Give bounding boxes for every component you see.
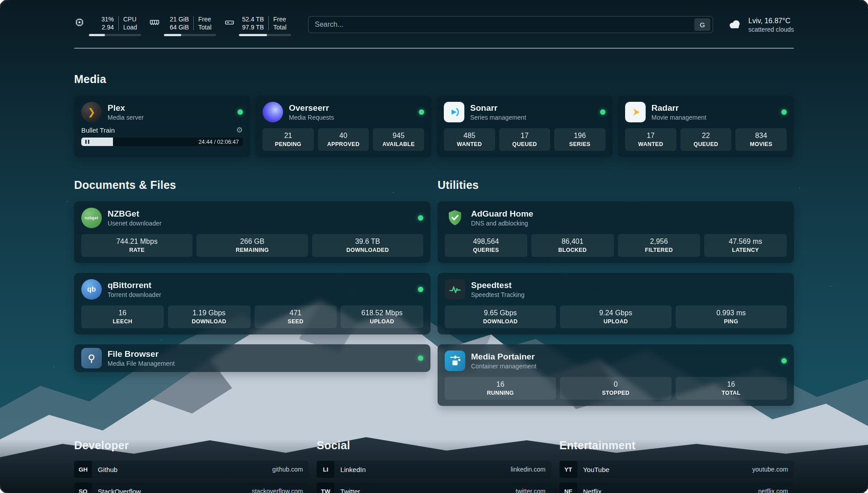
- cpu-widget: 31% 2.94 CPU Load: [74, 15, 141, 36]
- section-utilities: Utilities: [438, 179, 794, 416]
- memory-free-label: Free: [198, 15, 216, 23]
- system-metrics: 31% 2.94 CPU Load: [74, 15, 291, 36]
- app-name: Media Portainer: [471, 351, 536, 362]
- app-name: Overseerr: [289, 103, 334, 113]
- speedtest-icon: [445, 279, 465, 300]
- app-subtitle: Movie management: [651, 113, 706, 121]
- status-dot-online: [781, 109, 787, 115]
- cloud-icon: [726, 16, 743, 34]
- metric-separator: [193, 16, 194, 30]
- app-card-radarr[interactable]: Radarr Movie management 17 WANTED 22 QUE…: [618, 96, 794, 157]
- section-title-developer: Developer: [74, 439, 309, 452]
- metric-separator: [118, 16, 119, 30]
- app-subtitle: Media Requests: [289, 113, 334, 121]
- section-title-documents: Documents & Files: [74, 179, 430, 192]
- radarr-icon: [625, 102, 646, 122]
- app-subtitle: Media server: [108, 113, 144, 121]
- app-name: File Browser: [108, 349, 175, 359]
- bookmark-group-social: Social LI LinkedIn linkedin.com TW Twitt…: [317, 439, 551, 493]
- cpu-load-value: 2.94: [89, 23, 114, 31]
- stat-stopped: 0 STOPPED: [560, 377, 671, 400]
- bookmark-linkedin[interactable]: LI LinkedIn linkedin.com: [317, 461, 551, 478]
- gear-icon[interactable]: ⚙: [236, 126, 243, 134]
- app-card-nzbget[interactable]: nzbget NZBGet Usenet downloader 744.21 M…: [74, 201, 430, 263]
- metric-separator: [268, 16, 269, 30]
- stat-download: 1.19 Gbps DOWNLOAD: [168, 305, 250, 328]
- app-name: NZBGet: [108, 209, 162, 219]
- pause-icon[interactable]: [85, 140, 89, 144]
- plex-icon: ❯: [81, 102, 102, 122]
- app-name: qBittorrent: [108, 280, 161, 290]
- app-card-adguard[interactable]: AdGuard Home DNS and adblocking 498,564 …: [438, 201, 794, 263]
- app-card-portainer[interactable]: Media Portainer Container management 16 …: [438, 344, 794, 406]
- cpu-label: CPU: [123, 15, 141, 23]
- stat-download: 9.65 Gbps DOWNLOAD: [445, 305, 556, 328]
- app-card-overseerr[interactable]: Overseerr Media Requests 21 PENDING 40 A…: [255, 96, 431, 157]
- bookmark-netflix[interactable]: NF Netflix netflix.com: [559, 483, 794, 493]
- stat-ping: 0.993 ms PING: [676, 305, 787, 328]
- app-subtitle: Usenet downloader: [108, 219, 162, 227]
- filebrowser-icon: [81, 348, 102, 368]
- stat-movies: 834 MOVIES: [735, 128, 787, 151]
- stat-queries: 498,564 QUERIES: [445, 234, 527, 257]
- disk-free-label: Free: [273, 15, 291, 23]
- stat-queued: 22 QUEUED: [680, 128, 732, 151]
- stat-running: 16 RUNNING: [445, 377, 556, 400]
- portainer-icon: [445, 351, 465, 371]
- app-subtitle: Torrent downloader: [108, 291, 161, 299]
- stat-blocked: 86,401 BLOCKED: [531, 234, 614, 257]
- app-subtitle: Container management: [471, 362, 536, 370]
- stat-leech: 16 LEECH: [81, 305, 164, 328]
- linkedin-icon: LI: [317, 461, 334, 478]
- section-media: Media ❯ Plex Media server Bulle: [74, 73, 794, 157]
- stat-remaining: 266 GB REMAINING: [196, 234, 308, 257]
- now-playing-title: Bullet Train: [81, 126, 115, 134]
- cpu-percent: 31%: [89, 15, 114, 23]
- app-card-plex[interactable]: ❯ Plex Media server Bullet Train ⚙: [74, 96, 250, 157]
- bookmark-twitter[interactable]: TW Twitter twitter.com: [317, 483, 551, 493]
- stat-seed: 471 SEED: [255, 305, 337, 328]
- stat-approved: 40 APPROVED: [318, 128, 369, 151]
- search-input[interactable]: [309, 21, 694, 29]
- netflix-icon: NF: [559, 483, 577, 493]
- topbar: 31% 2.94 CPU Load: [74, 0, 794, 36]
- disk-free-value: 52.4 TB: [239, 15, 264, 23]
- search-engine-button[interactable]: G: [694, 18, 710, 31]
- app-card-filebrowser[interactable]: File Browser Media File Management: [74, 344, 430, 372]
- stackoverflow-icon: SO: [74, 483, 92, 493]
- status-dot-online: [600, 109, 605, 115]
- app-card-qbittorrent[interactable]: qb qBittorrent Torrent downloader 16 LEE…: [74, 273, 430, 334]
- stat-latency: 47.569 ms LATENCY: [704, 234, 787, 257]
- app-subtitle: Speedtest Tracking: [471, 291, 525, 299]
- status-dot-online: [238, 109, 243, 115]
- bookmark-github[interactable]: GH Github github.com: [74, 461, 309, 478]
- dashboard-root: 31% 2.94 CPU Load: [0, 0, 868, 493]
- search-bar: G: [308, 16, 713, 33]
- cpu-load-label: Load: [123, 23, 141, 31]
- status-dot-online: [418, 355, 423, 361]
- playback-progress-bar[interactable]: 24:44 / 02:06:47: [81, 138, 243, 146]
- youtube-icon: YT: [559, 461, 577, 478]
- cpu-usage-bar: [89, 34, 141, 36]
- stat-total: 16 TOTAL: [676, 377, 787, 400]
- nzbget-icon: nzbget: [81, 208, 102, 228]
- stat-filtered: 2,956 FILTERED: [618, 234, 701, 257]
- bookmark-stackoverflow[interactable]: SO StackOverflow stackoverflow.com: [74, 483, 309, 493]
- weather-condition: scattered clouds: [748, 25, 794, 33]
- app-subtitle: Media File Management: [108, 359, 175, 368]
- app-subtitle: Series management: [470, 113, 526, 121]
- adguard-icon: [445, 208, 465, 228]
- weather-location: Lviv, 16.87°C: [748, 17, 794, 25]
- overseerr-icon: [263, 102, 283, 122]
- app-card-sonarr[interactable]: Sonarr Series management 485 WANTED 17 Q…: [437, 96, 613, 157]
- bookmark-youtube[interactable]: YT YouTube youtube.com: [559, 461, 794, 478]
- stat-pending: 21 PENDING: [263, 128, 314, 151]
- status-dot-online: [418, 287, 423, 292]
- app-card-speedtest[interactable]: Speedtest Speedtest Tracking 9.65 Gbps D…: [438, 273, 794, 334]
- snow-particles: [0, 0, 1, 1]
- github-icon: GH: [74, 461, 92, 478]
- app-name: Radarr: [651, 103, 706, 113]
- disk-total-label: Total: [273, 23, 291, 31]
- stat-available: 945 AVAILABLE: [373, 128, 424, 151]
- stat-series: 196 SERIES: [554, 128, 605, 151]
